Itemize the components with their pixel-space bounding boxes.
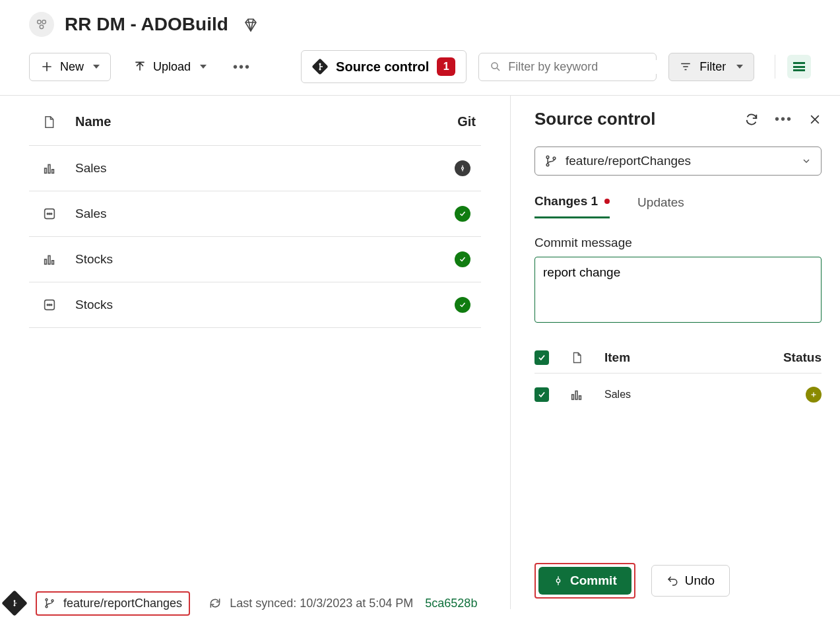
- source-control-button[interactable]: Source control 1: [301, 50, 467, 83]
- svg-rect-8: [48, 165, 50, 174]
- table-row[interactable]: Sales: [29, 191, 481, 237]
- svg-point-1: [42, 20, 46, 24]
- search-input[interactable]: [508, 60, 661, 74]
- tab-updates[interactable]: Updates: [637, 194, 684, 218]
- panel-title: Source control: [534, 109, 732, 129]
- svg-point-24: [553, 157, 556, 160]
- search-input-wrapper[interactable]: [478, 53, 657, 81]
- git-icon: [312, 59, 328, 75]
- svg-point-20: [49, 304, 50, 306]
- statusbar-branch-highlight: feature/reportChanges: [36, 591, 190, 616]
- svg-point-19: [47, 304, 48, 306]
- svg-point-22: [546, 156, 549, 158]
- diamond-icon: [243, 17, 257, 32]
- modified-status-icon: [785, 387, 822, 403]
- svg-point-21: [51, 304, 52, 306]
- change-row[interactable]: Sales: [534, 374, 822, 416]
- model-icon: [29, 207, 75, 221]
- more-icon[interactable]: •••: [229, 59, 255, 75]
- item-checkbox[interactable]: [534, 387, 549, 402]
- search-icon: [490, 61, 501, 73]
- refresh-icon[interactable]: [744, 112, 759, 127]
- new-label: New: [60, 60, 84, 74]
- item-name: Stocks: [75, 252, 441, 267]
- git-status-icon: [441, 251, 481, 267]
- panel-more-icon[interactable]: •••: [771, 112, 796, 127]
- undo-icon: [666, 575, 678, 587]
- close-icon[interactable]: [808, 113, 822, 126]
- filter-icon: [680, 61, 692, 73]
- table-row[interactable]: Stocks: [29, 237, 481, 282]
- divider: [775, 55, 775, 79]
- item-name: Stocks: [75, 298, 441, 312]
- tab-changes[interactable]: Changes 1: [534, 194, 610, 218]
- new-button[interactable]: New: [29, 53, 111, 81]
- bar-chart-icon: [29, 161, 75, 176]
- source-control-badge: 1: [437, 57, 455, 76]
- commit-hash[interactable]: 5ca6528b: [425, 597, 477, 610]
- changes-indicator-icon: [604, 199, 610, 204]
- workspace-icon: [29, 12, 54, 37]
- commit-message-input[interactable]: [534, 257, 822, 323]
- item-name: Sales: [604, 389, 785, 401]
- statusbar-branch[interactable]: feature/reportChanges: [63, 597, 182, 610]
- svg-rect-17: [52, 261, 54, 265]
- plus-icon: [40, 60, 53, 73]
- svg-point-6: [492, 63, 498, 69]
- model-icon: [29, 298, 75, 312]
- git-status-icon: [441, 160, 481, 176]
- file-icon: [565, 351, 589, 364]
- git-icon: [1, 590, 28, 616]
- upload-icon: [133, 60, 146, 73]
- column-git[interactable]: Git: [441, 114, 481, 129]
- svg-point-12: [47, 213, 48, 214]
- chevron-down-icon: [801, 156, 812, 166]
- source-control-label: Source control: [336, 59, 429, 75]
- svg-rect-15: [45, 259, 47, 264]
- svg-rect-25: [572, 395, 574, 399]
- column-status: Status: [785, 350, 822, 365]
- svg-rect-7: [45, 168, 47, 173]
- upload-label: Upload: [153, 60, 191, 74]
- file-icon: [29, 115, 75, 129]
- table-row[interactable]: Sales: [29, 146, 481, 191]
- svg-point-10: [462, 168, 464, 170]
- svg-point-14: [51, 213, 52, 214]
- commit-icon: [553, 575, 564, 586]
- table-row[interactable]: Stocks: [29, 282, 481, 328]
- branch-select[interactable]: feature/reportChanges: [534, 147, 822, 176]
- panel-toggle-button[interactable]: [787, 55, 811, 79]
- svg-rect-16: [48, 256, 50, 265]
- filter-button[interactable]: Filter: [668, 53, 754, 81]
- column-item: Item: [604, 350, 785, 365]
- svg-rect-9: [52, 170, 54, 174]
- item-name: Sales: [75, 161, 441, 176]
- svg-point-2: [40, 25, 44, 28]
- sync-text: Last synced: 10/3/2023 at 5:04 PM: [230, 597, 413, 610]
- svg-point-28: [556, 579, 560, 582]
- svg-point-13: [49, 213, 50, 214]
- git-status-icon: [441, 297, 481, 313]
- svg-rect-26: [575, 391, 577, 400]
- column-name[interactable]: Name: [75, 114, 441, 129]
- page-title: RR DM - ADOBuild: [65, 14, 228, 35]
- filter-label: Filter: [699, 60, 726, 74]
- svg-point-32: [46, 606, 48, 608]
- branch-icon: [544, 154, 558, 168]
- select-all-checkbox[interactable]: [534, 350, 549, 365]
- svg-point-23: [546, 164, 549, 166]
- bar-chart-icon: [29, 252, 75, 267]
- branch-name: feature/reportChanges: [565, 154, 691, 168]
- item-name: Sales: [75, 207, 441, 221]
- upload-button[interactable]: Upload: [123, 53, 217, 81]
- svg-rect-27: [579, 396, 581, 400]
- commit-message-label: Commit message: [534, 236, 822, 250]
- git-status-icon: [441, 206, 481, 222]
- svg-point-0: [38, 20, 42, 24]
- bar-chart-icon: [565, 387, 589, 402]
- branch-icon: [44, 597, 55, 609]
- svg-point-31: [46, 599, 48, 601]
- sync-icon[interactable]: [209, 597, 222, 610]
- svg-point-33: [51, 600, 53, 602]
